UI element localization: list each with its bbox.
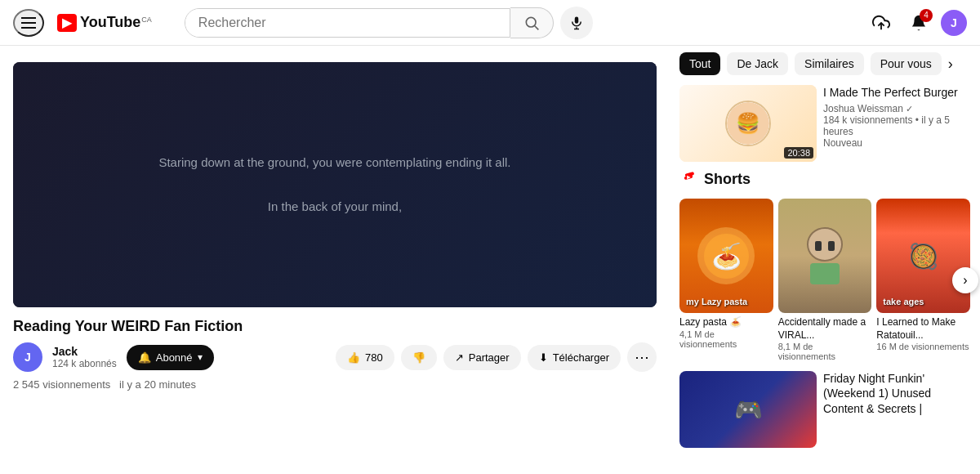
- video-stats: 2 545 visionnements il y a 20 minutes: [13, 378, 657, 391]
- search-bar: [185, 7, 593, 39]
- channel-left: J Jack 124 k abonnés 🔔 Abonné ▾: [13, 342, 214, 372]
- short-thumb-2: [778, 199, 872, 313]
- verified-icon-1: ✓: [906, 104, 913, 114]
- download-label: Télécharger: [553, 351, 609, 364]
- rec-thumb-img-2: 🎮: [679, 371, 817, 448]
- filter-next-button[interactable]: ›: [948, 56, 953, 73]
- short-views-3: 16 M de visionnements: [876, 342, 970, 351]
- like-count: 780: [365, 351, 383, 364]
- rec-title-2: Friday Night Funkin' (Weekend 1) Unused …: [823, 371, 970, 416]
- view-count: 2 545 visionnements: [13, 378, 110, 391]
- rec-thumb-2: 🎮: [679, 371, 817, 448]
- short-label-1: my Lazy pasta: [686, 297, 747, 306]
- short-item-2[interactable]: Accidentally made a VIRAL... 8,1 M de vi…: [778, 199, 872, 361]
- upload-button[interactable]: [866, 7, 897, 38]
- shorts-section: Shorts 🍝 my Lazy pasta Lazy pasta 🍝: [679, 168, 970, 361]
- filter-tabs: Tout De Jack Similaires Pour vous ›: [679, 52, 970, 75]
- chevron-down-icon: ▾: [198, 351, 203, 363]
- video-player-inner: Staring down at the ground, you were con…: [13, 62, 657, 307]
- rec-meta-1: 184 k visionnements • il y a 5 heures: [823, 114, 970, 137]
- filter-tab-similaires[interactable]: Similaires: [795, 52, 864, 75]
- channel-info: Jack 124 k abonnés: [52, 345, 117, 369]
- svg-rect-2: [575, 16, 579, 23]
- short-item-1[interactable]: 🍝 my Lazy pasta Lazy pasta 🍝 4,1 M de vi…: [679, 199, 773, 361]
- search-input-wrap: [185, 8, 510, 38]
- notification-badge: 4: [920, 9, 933, 22]
- share-icon: ↗: [455, 351, 464, 364]
- short-title-3: I Learned to Make Ratatouil...: [876, 316, 970, 342]
- youtube-logo[interactable]: ▶ YouTube CA: [57, 14, 152, 32]
- rec-thumb-1: 🍔 20:38: [679, 85, 817, 162]
- search-button[interactable]: [510, 7, 554, 38]
- shorts-grid: 🍝 my Lazy pasta Lazy pasta 🍝 4,1 M de vi…: [679, 199, 970, 361]
- header-left: ▶ YouTube CA: [13, 9, 152, 37]
- download-button[interactable]: ⬇ Télécharger: [528, 345, 621, 370]
- download-icon: ⬇: [539, 351, 548, 364]
- rec-thumb-duration-1: 20:38: [784, 147, 813, 159]
- bell-icon-small: 🔔: [138, 351, 151, 364]
- logo-icon: ▶: [57, 14, 77, 32]
- main-layout: Staring down at the ground, you were con…: [0, 46, 980, 474]
- filter-tab-tout[interactable]: Tout: [679, 52, 720, 75]
- rec-info-1: I Made The Perfect Burger Joshua Weissma…: [823, 85, 970, 162]
- short-thumb-1: 🍝 my Lazy pasta: [679, 199, 773, 313]
- rec-new-badge-1: Nouveau: [823, 137, 970, 149]
- logo-text: YouTube: [80, 14, 140, 31]
- logo-ca: CA: [141, 16, 152, 24]
- filter-tab-dejack[interactable]: De Jack: [727, 52, 788, 75]
- time-ago: il y a 20 minutes: [119, 378, 196, 391]
- thumbs-down-icon: 👎: [412, 351, 425, 364]
- short-thumb-3: 🥘 take ages: [876, 199, 970, 313]
- video-title: Reading Your WEIRD Fan Fiction: [13, 317, 657, 336]
- svg-line-1: [535, 25, 539, 29]
- shorts-icon: [679, 168, 697, 190]
- shorts-header: Shorts: [679, 168, 970, 190]
- channel-name[interactable]: Jack: [52, 345, 117, 358]
- shorts-next-button[interactable]: ›: [952, 267, 978, 293]
- subscribe-label: Abonné: [156, 351, 193, 364]
- channel-subs: 124 k abonnés: [52, 358, 117, 369]
- recommended-video-1[interactable]: 🍔 20:38 I Made The Perfect Burger Joshua…: [679, 85, 970, 162]
- recommended-video-2[interactable]: 🎮 Friday Night Funkin' (Weekend 1) Unuse…: [679, 371, 970, 448]
- channel-avatar[interactable]: J: [13, 342, 42, 372]
- menu-button[interactable]: [13, 9, 44, 37]
- header: ▶ YouTube CA: [0, 0, 980, 46]
- mic-icon: [569, 16, 584, 30]
- more-button[interactable]: ⋯: [627, 342, 657, 372]
- sidebar: Tout De Jack Similaires Pour vous › 🍔: [670, 46, 980, 474]
- video-player[interactable]: Staring down at the ground, you were con…: [13, 62, 657, 307]
- channel-row: J Jack 124 k abonnés 🔔 Abonné ▾ 👍 780: [13, 342, 657, 372]
- rec-channel-1: Joshua Weissman ✓: [823, 103, 970, 114]
- rec-title-1: I Made The Perfect Burger: [823, 85, 970, 100]
- mic-button[interactable]: [560, 7, 593, 39]
- short-title-2: Accidentally made a VIRAL...: [778, 316, 872, 342]
- share-label: Partager: [469, 351, 510, 364]
- video-overlay: Staring down at the ground, you were con…: [158, 150, 510, 219]
- header-right: 4 J: [866, 7, 967, 38]
- shorts-title: Shorts: [704, 171, 751, 188]
- short-label-3: take ages: [883, 297, 924, 306]
- avatar[interactable]: J: [941, 10, 967, 36]
- video-info: Reading Your WEIRD Fan Fiction J Jack 12…: [13, 317, 657, 391]
- share-button[interactable]: ↗ Partager: [443, 345, 521, 370]
- svg-point-0: [526, 17, 536, 27]
- short-views-1: 4,1 M de visionnements: [679, 329, 773, 349]
- thumbs-up-icon: 👍: [347, 351, 360, 364]
- rec-info-2: Friday Night Funkin' (Weekend 1) Unused …: [823, 371, 970, 448]
- like-button[interactable]: 👍 780: [336, 345, 394, 370]
- subscribe-button[interactable]: 🔔 Abonné ▾: [127, 345, 214, 370]
- overlay-line2: In the back of your mind,: [158, 195, 510, 219]
- search-input[interactable]: [185, 9, 510, 37]
- short-views-2: 8,1 M de visionnements: [778, 342, 872, 361]
- dislike-button[interactable]: 👎: [401, 345, 437, 370]
- overlay-line1: Staring down at the ground, you were con…: [158, 150, 510, 175]
- search-icon: [523, 15, 540, 31]
- notifications-button[interactable]: 4: [903, 7, 934, 38]
- upload-icon: [872, 14, 890, 32]
- short-title-1: Lazy pasta 🍝: [679, 316, 773, 329]
- action-buttons: 👍 780 👎 ↗ Partager ⬇ Télécharger ⋯: [336, 342, 657, 372]
- filter-tab-pourvous[interactable]: Pour vous: [871, 52, 942, 75]
- video-section: Staring down at the ground, you were con…: [0, 46, 670, 474]
